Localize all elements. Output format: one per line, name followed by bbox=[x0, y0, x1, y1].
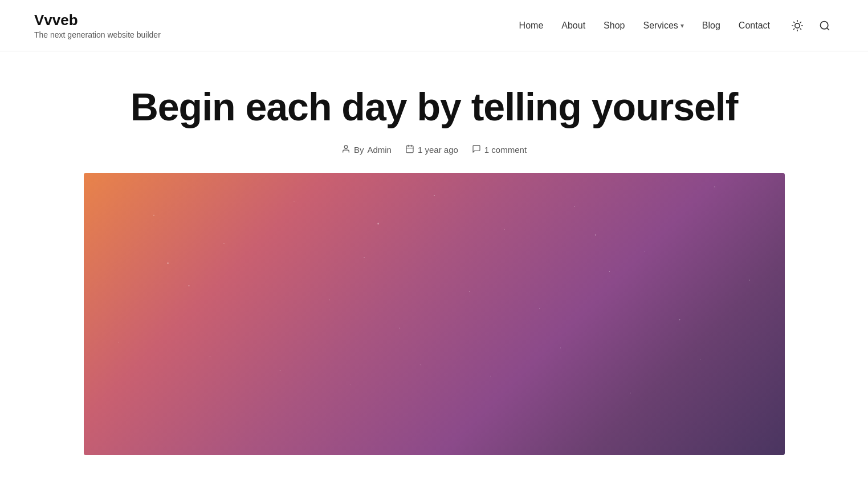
svg-rect-12 bbox=[406, 145, 413, 152]
nav-item-blog[interactable]: Blog bbox=[702, 21, 720, 31]
user-icon bbox=[341, 144, 351, 156]
search-button[interactable] bbox=[816, 17, 834, 35]
svg-line-4 bbox=[800, 29, 801, 29]
post-author[interactable]: Admin bbox=[367, 145, 392, 155]
site-header: Vvveb The next generation website builde… bbox=[0, 0, 868, 51]
post-header: Begin each day by telling yourself By Ad… bbox=[11, 86, 857, 156]
svg-line-10 bbox=[827, 27, 829, 30]
site-title[interactable]: Vvveb bbox=[34, 11, 161, 29]
post-author-meta: By Admin bbox=[341, 144, 392, 156]
post-date-meta: 1 year ago bbox=[405, 144, 458, 156]
search-icon bbox=[819, 20, 830, 31]
calendar-icon bbox=[405, 144, 414, 156]
featured-image bbox=[84, 173, 785, 455]
nav-item-about[interactable]: About bbox=[561, 21, 585, 31]
post-date: 1 year ago bbox=[418, 145, 458, 155]
sun-icon bbox=[792, 20, 803, 31]
svg-line-7 bbox=[794, 29, 794, 29]
theme-toggle-button[interactable] bbox=[788, 17, 806, 35]
stars-overlay bbox=[84, 173, 785, 455]
site-branding: Vvveb The next generation website builde… bbox=[34, 11, 161, 39]
nav-item-contact[interactable]: Contact bbox=[739, 21, 770, 31]
post-title: Begin each day by telling yourself bbox=[11, 86, 857, 128]
nav-item-shop[interactable]: Shop bbox=[604, 21, 625, 31]
svg-point-11 bbox=[344, 145, 347, 148]
post-comments-meta: 1 comment bbox=[472, 144, 527, 156]
nav-icons bbox=[788, 17, 834, 35]
post-comments[interactable]: 1 comment bbox=[484, 145, 527, 155]
nav-item-services[interactable]: Services ▾ bbox=[643, 21, 683, 31]
main-content: Begin each day by telling yourself By Ad… bbox=[0, 51, 868, 455]
main-nav: Home About Shop Services ▾ Blog Contact bbox=[519, 17, 834, 35]
nav-services-label: Services bbox=[643, 21, 678, 31]
comment-icon bbox=[472, 144, 481, 156]
nav-item-home[interactable]: Home bbox=[519, 21, 544, 31]
post-meta: By Admin 1 year ago bbox=[11, 144, 857, 156]
chevron-down-icon: ▾ bbox=[680, 22, 684, 30]
featured-image-gradient bbox=[84, 173, 785, 455]
post-by-label: By bbox=[354, 145, 364, 155]
svg-line-3 bbox=[794, 22, 794, 22]
site-tagline: The next generation website builder bbox=[34, 30, 161, 39]
svg-line-8 bbox=[800, 22, 801, 22]
svg-point-0 bbox=[795, 23, 800, 27]
